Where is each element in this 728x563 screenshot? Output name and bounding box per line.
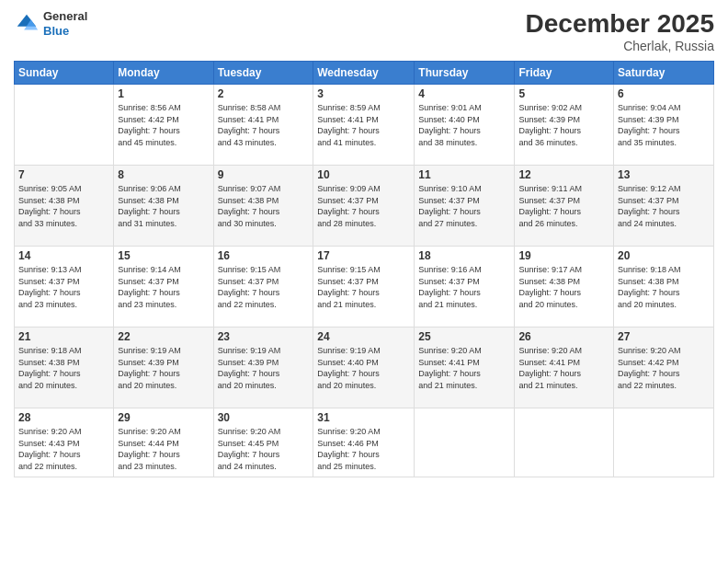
table-row: 25Sunrise: 9:20 AM Sunset: 4:41 PM Dayli… <box>415 327 515 408</box>
day-number: 1 <box>118 87 209 100</box>
col-wednesday: Wednesday <box>313 62 415 85</box>
day-info: Sunrise: 9:12 AM Sunset: 4:37 PM Dayligh… <box>618 183 710 229</box>
table-row: 30Sunrise: 9:20 AM Sunset: 4:45 PM Dayli… <box>213 408 313 477</box>
table-row <box>515 408 614 477</box>
logo-general: General <box>43 9 87 24</box>
table-row: 31Sunrise: 9:20 AM Sunset: 4:46 PM Dayli… <box>313 408 415 477</box>
table-row: 16Sunrise: 9:15 AM Sunset: 4:37 PM Dayli… <box>213 247 313 327</box>
month-title: December 2025 <box>526 9 714 39</box>
day-info: Sunrise: 9:15 AM Sunset: 4:37 PM Dayligh… <box>218 264 310 310</box>
header: General Blue December 2025 Cherlak, Russ… <box>14 9 714 53</box>
col-sunday: Sunday <box>15 62 114 85</box>
day-number: 5 <box>518 87 609 100</box>
day-number: 30 <box>218 411 310 424</box>
day-number: 22 <box>118 330 209 343</box>
col-saturday: Saturday <box>614 62 714 85</box>
day-number: 21 <box>18 330 109 343</box>
table-row: 20Sunrise: 9:18 AM Sunset: 4:38 PM Dayli… <box>614 247 714 327</box>
day-number: 3 <box>317 87 410 100</box>
table-row: 19Sunrise: 9:17 AM Sunset: 4:38 PM Dayli… <box>515 247 614 327</box>
table-row: 27Sunrise: 9:20 AM Sunset: 4:42 PM Dayli… <box>614 327 714 408</box>
day-number: 8 <box>118 168 209 181</box>
day-info: Sunrise: 9:13 AM Sunset: 4:37 PM Dayligh… <box>18 264 109 310</box>
col-friday: Friday <box>515 62 614 85</box>
day-info: Sunrise: 9:09 AM Sunset: 4:37 PM Dayligh… <box>317 183 410 229</box>
day-info: Sunrise: 9:05 AM Sunset: 4:38 PM Dayligh… <box>18 183 109 229</box>
day-number: 17 <box>317 249 410 262</box>
day-info: Sunrise: 9:18 AM Sunset: 4:38 PM Dayligh… <box>618 264 710 310</box>
day-number: 14 <box>18 249 109 262</box>
day-info: Sunrise: 9:14 AM Sunset: 4:37 PM Dayligh… <box>118 264 209 310</box>
day-number: 20 <box>618 249 710 262</box>
table-row: 29Sunrise: 9:20 AM Sunset: 4:44 PM Dayli… <box>114 408 213 477</box>
day-info: Sunrise: 9:20 AM Sunset: 4:44 PM Dayligh… <box>118 426 209 472</box>
table-row: 10Sunrise: 9:09 AM Sunset: 4:37 PM Dayli… <box>313 166 415 247</box>
day-number: 15 <box>118 249 209 262</box>
table-row <box>614 408 714 477</box>
day-number: 13 <box>618 168 710 181</box>
day-number: 25 <box>418 330 510 343</box>
day-number: 31 <box>317 411 410 424</box>
day-info: Sunrise: 8:58 AM Sunset: 4:41 PM Dayligh… <box>218 102 310 148</box>
day-number: 12 <box>518 168 609 181</box>
day-info: Sunrise: 9:10 AM Sunset: 4:37 PM Dayligh… <box>418 183 510 229</box>
col-tuesday: Tuesday <box>213 62 313 85</box>
logo-icon <box>14 11 40 37</box>
day-info: Sunrise: 9:07 AM Sunset: 4:38 PM Dayligh… <box>218 183 310 229</box>
page: General Blue December 2025 Cherlak, Russ… <box>0 0 728 563</box>
calendar-table: Sunday Monday Tuesday Wednesday Thursday… <box>14 61 714 477</box>
day-number: 9 <box>218 168 310 181</box>
day-info: Sunrise: 9:20 AM Sunset: 4:41 PM Dayligh… <box>418 345 510 391</box>
day-info: Sunrise: 9:20 AM Sunset: 4:43 PM Dayligh… <box>18 426 109 472</box>
location: Cherlak, Russia <box>526 39 714 53</box>
day-info: Sunrise: 9:20 AM Sunset: 4:41 PM Dayligh… <box>518 345 609 391</box>
day-number: 23 <box>218 330 310 343</box>
title-block: December 2025 Cherlak, Russia <box>526 9 714 53</box>
day-number: 7 <box>18 168 109 181</box>
day-number: 2 <box>218 87 310 100</box>
day-number: 24 <box>317 330 410 343</box>
table-row: 18Sunrise: 9:16 AM Sunset: 4:37 PM Dayli… <box>415 247 515 327</box>
day-number: 27 <box>618 330 710 343</box>
table-row: 11Sunrise: 9:10 AM Sunset: 4:37 PM Dayli… <box>415 166 515 247</box>
table-row: 13Sunrise: 9:12 AM Sunset: 4:37 PM Dayli… <box>614 166 714 247</box>
logo-text: General Blue <box>43 9 87 38</box>
table-row: 5Sunrise: 9:02 AM Sunset: 4:39 PM Daylig… <box>515 85 614 166</box>
day-number: 11 <box>418 168 510 181</box>
day-info: Sunrise: 9:06 AM Sunset: 4:38 PM Dayligh… <box>118 183 209 229</box>
day-info: Sunrise: 9:02 AM Sunset: 4:39 PM Dayligh… <box>518 102 609 148</box>
table-row: 6Sunrise: 9:04 AM Sunset: 4:39 PM Daylig… <box>614 85 714 166</box>
table-row <box>415 408 515 477</box>
day-info: Sunrise: 9:16 AM Sunset: 4:37 PM Dayligh… <box>418 264 510 310</box>
table-row: 15Sunrise: 9:14 AM Sunset: 4:37 PM Dayli… <box>114 247 213 327</box>
day-number: 6 <box>618 87 710 100</box>
table-row: 7Sunrise: 9:05 AM Sunset: 4:38 PM Daylig… <box>15 166 114 247</box>
calendar-header-row: Sunday Monday Tuesday Wednesday Thursday… <box>15 62 714 85</box>
logo-blue: Blue <box>43 24 87 39</box>
day-info: Sunrise: 9:18 AM Sunset: 4:38 PM Dayligh… <box>18 345 109 391</box>
col-monday: Monday <box>114 62 213 85</box>
table-row: 26Sunrise: 9:20 AM Sunset: 4:41 PM Dayli… <box>515 327 614 408</box>
day-info: Sunrise: 9:20 AM Sunset: 4:45 PM Dayligh… <box>218 426 310 472</box>
day-number: 29 <box>118 411 209 424</box>
day-info: Sunrise: 8:59 AM Sunset: 4:41 PM Dayligh… <box>317 102 410 148</box>
day-info: Sunrise: 9:01 AM Sunset: 4:40 PM Dayligh… <box>418 102 510 148</box>
day-number: 18 <box>418 249 510 262</box>
day-info: Sunrise: 9:04 AM Sunset: 4:39 PM Dayligh… <box>618 102 710 148</box>
table-row: 3Sunrise: 8:59 AM Sunset: 4:41 PM Daylig… <box>313 85 415 166</box>
day-number: 4 <box>418 87 510 100</box>
day-number: 10 <box>317 168 410 181</box>
day-info: Sunrise: 9:11 AM Sunset: 4:37 PM Dayligh… <box>518 183 609 229</box>
table-row: 22Sunrise: 9:19 AM Sunset: 4:39 PM Dayli… <box>114 327 213 408</box>
day-info: Sunrise: 9:20 AM Sunset: 4:42 PM Dayligh… <box>618 345 710 391</box>
table-row: 21Sunrise: 9:18 AM Sunset: 4:38 PM Dayli… <box>15 327 114 408</box>
table-row: 24Sunrise: 9:19 AM Sunset: 4:40 PM Dayli… <box>313 327 415 408</box>
day-number: 19 <box>518 249 609 262</box>
table-row: 17Sunrise: 9:15 AM Sunset: 4:37 PM Dayli… <box>313 247 415 327</box>
day-info: Sunrise: 9:19 AM Sunset: 4:39 PM Dayligh… <box>118 345 209 391</box>
day-info: Sunrise: 9:20 AM Sunset: 4:46 PM Dayligh… <box>317 426 410 472</box>
table-row: 9Sunrise: 9:07 AM Sunset: 4:38 PM Daylig… <box>213 166 313 247</box>
table-row: 2Sunrise: 8:58 AM Sunset: 4:41 PM Daylig… <box>213 85 313 166</box>
day-number: 26 <box>518 330 609 343</box>
table-row: 8Sunrise: 9:06 AM Sunset: 4:38 PM Daylig… <box>114 166 213 247</box>
